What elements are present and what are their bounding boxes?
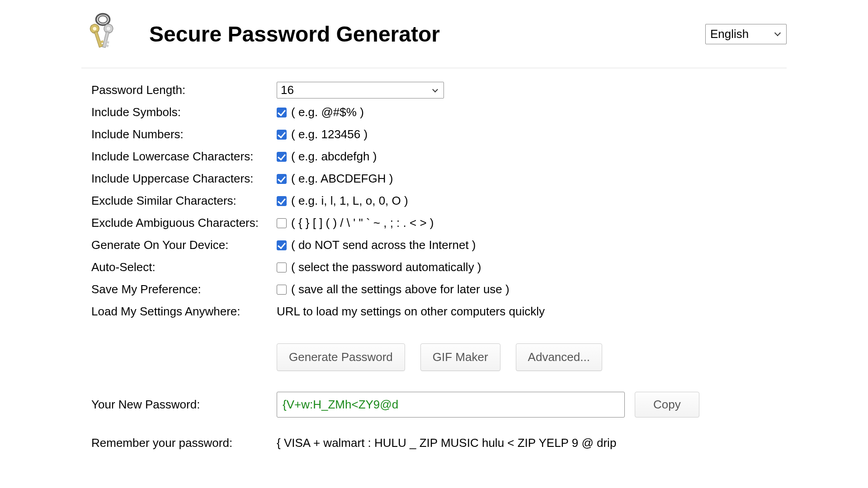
generate-button[interactable]: Generate Password bbox=[277, 343, 405, 371]
language-select[interactable]: English bbox=[705, 24, 787, 44]
svg-rect-11 bbox=[105, 44, 108, 47]
include-symbols-label: Include Symbols: bbox=[91, 104, 277, 121]
settings-form: Password Length: 16 Include Symbols: ( e… bbox=[81, 82, 787, 451]
include-lowercase-hint: ( e.g. abcdefgh ) bbox=[291, 150, 377, 164]
password-length-select[interactable]: 16 bbox=[277, 82, 444, 99]
auto-select-label: Auto-Select: bbox=[91, 259, 277, 276]
page-title: Secure Password Generator bbox=[149, 22, 705, 47]
include-numbers-hint: ( e.g. 123456 ) bbox=[291, 127, 368, 141]
auto-select-checkbox[interactable] bbox=[277, 263, 287, 272]
generate-on-device-label: Generate On Your Device: bbox=[91, 237, 277, 253]
load-settings-label: Load My Settings Anywhere: bbox=[91, 303, 277, 320]
generate-on-device-hint: ( do NOT send across the Internet ) bbox=[291, 238, 476, 252]
svg-rect-10 bbox=[106, 41, 109, 43]
include-uppercase-checkbox[interactable] bbox=[277, 174, 287, 184]
password-length-label: Password Length: bbox=[91, 82, 277, 99]
remember-text: { VISA + walmart : HULU _ ZIP MUSIC hulu… bbox=[277, 436, 616, 450]
advanced-button[interactable]: Advanced... bbox=[516, 343, 602, 371]
include-lowercase-checkbox[interactable] bbox=[277, 152, 287, 162]
keys-icon bbox=[81, 11, 122, 56]
exclude-similar-hint: ( e.g. i, l, 1, L, o, 0, O ) bbox=[291, 194, 408, 208]
include-numbers-checkbox[interactable] bbox=[277, 130, 287, 140]
password-length-value: 16 bbox=[281, 83, 294, 97]
include-lowercase-label: Include Lowercase Characters: bbox=[91, 148, 277, 165]
include-numbers-label: Include Numbers: bbox=[91, 126, 277, 143]
remember-label: Remember your password: bbox=[91, 435, 277, 451]
new-password-input[interactable] bbox=[277, 392, 625, 418]
include-uppercase-label: Include Uppercase Characters: bbox=[91, 170, 277, 187]
save-pref-checkbox[interactable] bbox=[277, 285, 287, 295]
include-symbols-checkbox[interactable] bbox=[277, 108, 287, 117]
include-symbols-hint: ( e.g. @#$% ) bbox=[291, 105, 364, 119]
copy-button[interactable]: Copy bbox=[635, 392, 699, 418]
gif-maker-button[interactable]: GIF Maker bbox=[420, 343, 500, 371]
svg-rect-4 bbox=[94, 31, 102, 47]
exclude-ambiguous-checkbox[interactable] bbox=[277, 218, 287, 228]
exclude-ambiguous-label: Exclude Ambiguous Characters: bbox=[91, 215, 277, 231]
save-pref-hint: ( save all the settings above for later … bbox=[291, 282, 509, 296]
exclude-ambiguous-hint: ( { } [ ] ( ) / \ ' " ` ~ , ; : . < > ) bbox=[291, 216, 434, 230]
exclude-similar-label: Exclude Similar Characters: bbox=[91, 192, 277, 209]
exclude-similar-checkbox[interactable] bbox=[277, 196, 287, 206]
save-pref-label: Save My Preference: bbox=[91, 281, 277, 298]
include-uppercase-hint: ( e.g. ABCDEFGH ) bbox=[291, 172, 393, 186]
load-settings-link[interactable]: URL to load my settings on other compute… bbox=[277, 305, 545, 319]
auto-select-hint: ( select the password automatically ) bbox=[291, 260, 481, 274]
generate-on-device-checkbox[interactable] bbox=[277, 240, 287, 250]
svg-point-1 bbox=[99, 15, 108, 23]
page-header: Secure Password Generator English bbox=[81, 11, 787, 68]
language-value: English bbox=[710, 27, 749, 41]
new-password-label: Your New Password: bbox=[91, 396, 277, 413]
